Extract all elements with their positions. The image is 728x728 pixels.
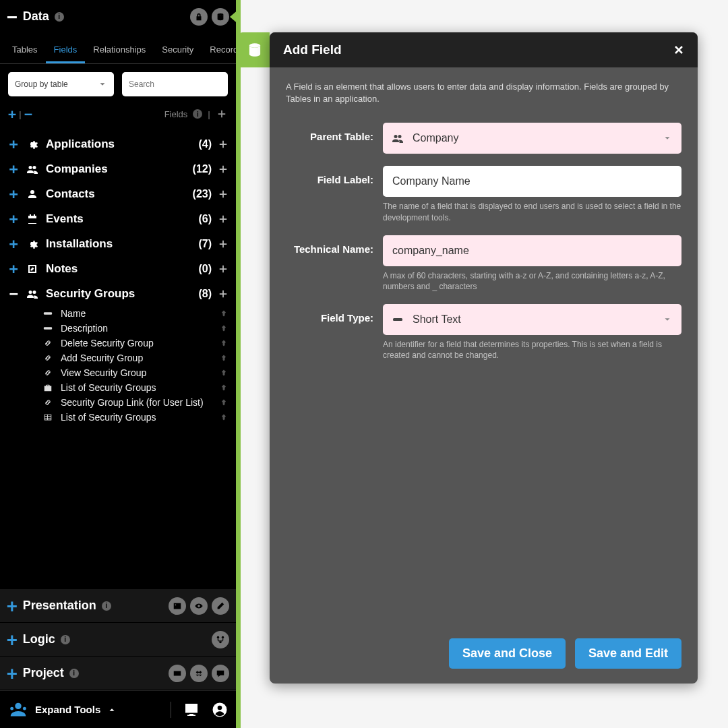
add-icon[interactable] [218,140,228,149]
category-count: (12) [193,163,212,175]
expand-icon: + [8,135,19,152]
section-presentation-label: Presentation [23,599,96,613]
table-icon [42,413,54,422]
divider: | [19,109,22,119]
tab-security[interactable]: Security [154,38,202,63]
add-icon[interactable] [218,164,228,174]
modal-header: Add Field [270,32,698,67]
section-project-header[interactable]: + Project i [0,657,236,690]
category-applications[interactable]: + Applications (4) [0,131,236,156]
field-item[interactable]: List of Security Groups [0,410,236,425]
pin-icon[interactable] [220,309,228,317]
category-contacts[interactable]: + Contacts (23) [0,181,236,206]
tab-relationships[interactable]: Relationships [85,38,154,63]
users-icon [26,164,39,175]
field-item[interactable]: Name [0,306,236,321]
field-item[interactable]: Description [0,321,236,336]
user-avatar-icon[interactable] [212,702,228,718]
field-label-input[interactable] [383,166,681,197]
field-label: List of Security Groups [61,382,213,393]
pencil-sq-icon [26,264,39,274]
pin-icon[interactable] [220,324,228,332]
tab-tables[interactable]: Tables [4,38,46,63]
parent-table-select[interactable]: Company [383,123,681,154]
link-icon [42,338,54,348]
section-logic-header[interactable]: + Logic i [0,623,236,657]
category-label: Contacts [46,187,186,201]
label-parent-table: Parent Table: [286,123,373,142]
pin-icon[interactable] [220,413,228,421]
collapse-sidebar-arrow-icon[interactable] [230,9,239,25]
pin-icon[interactable] [220,339,228,347]
edit-button[interactable] [212,597,229,615]
card-button[interactable] [169,665,186,682]
lock-button[interactable] [190,8,208,26]
preview-button[interactable] [190,597,208,615]
field-item[interactable]: Add Security Group [0,351,236,365]
svg-point-7 [15,702,21,708]
close-icon[interactable] [673,44,684,55]
collapse-all-icon[interactable]: − [24,106,32,122]
short-text-icon [392,314,403,325]
info-icon[interactable]: i [69,669,79,678]
add-icon[interactable] [218,289,228,299]
expand-tools-button[interactable]: Expand Tools [8,700,117,720]
info-icon[interactable]: i [61,635,70,644]
add-icon[interactable] [218,239,228,249]
svg-point-8 [10,706,13,710]
field-type-select[interactable]: Short Text [383,304,681,335]
add-icon[interactable] [218,214,228,224]
chevron-down-icon [663,315,672,324]
group-by-dropdown[interactable]: Group by table [8,72,114,96]
pin-icon[interactable] [220,384,228,392]
info-icon[interactable]: i [55,12,64,22]
field-item[interactable]: Security Group Link (for User List) [0,395,236,410]
expand-all-icon[interactable]: + [8,106,16,122]
add-icon[interactable] [218,264,228,274]
add-icon[interactable] [218,189,228,199]
modal-footer: Save and Close Save and Edit [270,638,698,684]
picture-button[interactable] [169,597,186,615]
section-data-header[interactable]: − Data i [0,0,236,34]
info-icon[interactable]: i [102,601,111,611]
category-installations[interactable]: + Installations (7) [0,231,236,256]
user-icon [26,189,39,200]
field-item[interactable]: View Security Group [0,365,236,380]
pin-icon[interactable] [220,369,228,377]
save-and-close-button[interactable]: Save and Close [449,638,566,669]
category-count: (8) [198,288,212,300]
parent-table-value: Company [413,132,458,144]
chevron-up-icon [107,705,117,715]
expand-icon: + [8,210,19,227]
expand-icon: + [8,235,19,252]
calendar-icon [26,214,39,224]
technical-name-input[interactable] [383,235,681,266]
tab-fields[interactable]: Fields [46,38,86,63]
expand-icon: + [7,663,18,684]
field-type-value: Short Text [413,313,461,326]
field-item[interactable]: List of Security Groups [0,380,236,395]
save-and-edit-button[interactable]: Save and Edit [575,638,681,669]
branches-button[interactable] [212,631,229,648]
search-input[interactable] [129,80,221,89]
database-button[interactable] [212,8,229,26]
category-events[interactable]: + Events (6) [0,206,236,231]
pin-icon[interactable] [220,354,228,362]
field-label: Delete Security Group [61,338,213,348]
category-notes[interactable]: + Notes (0) [0,256,236,281]
section-presentation-header[interactable]: + Presentation i [0,589,236,623]
desktop-icon[interactable] [183,702,200,718]
help-field-label: The name of a field that is displayed to… [383,201,681,222]
category-companies[interactable]: + Companies (12) [0,156,236,181]
field-label: Description [61,323,213,334]
modal-description: A Field is an element that allows users … [286,81,681,105]
field-item[interactable]: Delete Security Group [0,336,236,351]
sync-button[interactable] [190,665,208,682]
add-field-button[interactable] [216,108,228,120]
pin-icon[interactable] [220,398,228,406]
chat-button[interactable] [212,665,229,682]
category-security-groups[interactable]: − Security Groups (8) [0,281,236,306]
info-icon[interactable]: i [193,109,202,119]
expand-tools-label: Expand Tools [35,704,100,715]
fields-label: Fields [164,109,188,119]
